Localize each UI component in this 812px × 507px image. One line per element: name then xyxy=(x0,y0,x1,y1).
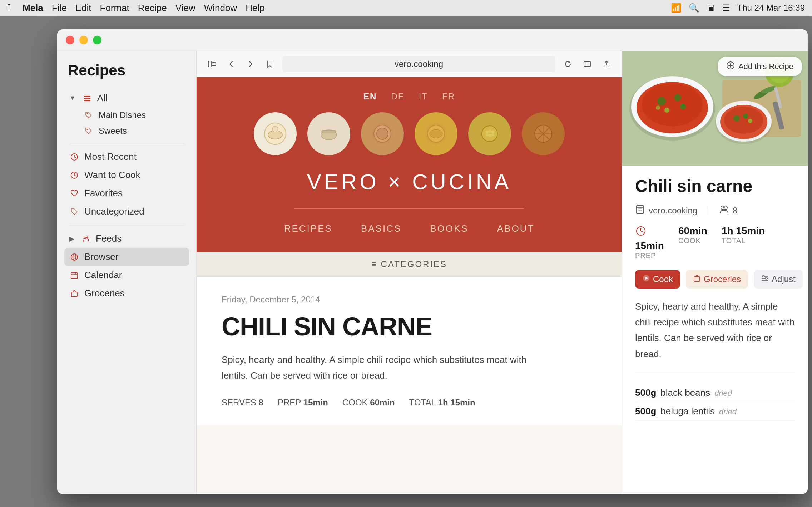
clock-icon-2 xyxy=(69,170,79,180)
svg-point-32 xyxy=(377,128,388,139)
menu-recipe[interactable]: Recipe xyxy=(138,3,167,14)
minimize-button[interactable] xyxy=(79,36,88,44)
most-recent-label: Most Recent xyxy=(84,151,137,162)
ingredient-note-1: dried xyxy=(714,389,732,398)
forward-button[interactable] xyxy=(244,57,257,71)
lang-fr[interactable]: FR xyxy=(442,92,455,102)
prep-field: PREP 15min xyxy=(278,398,328,408)
app-window: Recipes ▼ All xyxy=(57,29,808,494)
cook-button[interactable]: Cook xyxy=(635,270,680,289)
svg-point-65 xyxy=(733,115,740,122)
nav-recipes[interactable]: RECIPES xyxy=(284,223,332,234)
prep-time-value: 15min xyxy=(635,240,664,252)
lang-it[interactable]: IT xyxy=(419,92,428,102)
svg-point-91 xyxy=(766,277,767,279)
search-icon[interactable]: 🔍 xyxy=(689,3,699,13)
ingredient-item: 500g black beans dried xyxy=(635,384,795,402)
menu-mela[interactable]: Mela xyxy=(23,3,43,14)
sidebar-item-feeds[interactable]: ▶ Feeds xyxy=(64,230,189,248)
heart-icon xyxy=(69,188,79,198)
sidebar-item-groceries[interactable]: Groceries xyxy=(64,284,189,302)
sidebar-item-browser[interactable]: Browser xyxy=(64,248,189,266)
apple-menu-icon[interactable]:  xyxy=(7,2,11,14)
svg-point-35 xyxy=(430,129,442,138)
sidebar-item-want-to-cook[interactable]: Want to Cook xyxy=(64,166,189,184)
uncategorized-label: Uncategorized xyxy=(84,206,144,217)
menu-window[interactable]: Window xyxy=(204,3,237,14)
share-button[interactable] xyxy=(600,57,613,71)
menu-view[interactable]: View xyxy=(175,3,195,14)
lang-en[interactable]: EN xyxy=(363,92,377,102)
recipe-source: vero.cooking xyxy=(635,205,697,217)
recipe-panel-header: Add this Recipe xyxy=(622,51,808,166)
groceries-button[interactable]: Groceries xyxy=(686,270,748,289)
ingredients-list: 500g black beans dried 500g beluga lenti… xyxy=(635,384,795,421)
svg-rect-89 xyxy=(762,280,768,281)
browser-content[interactable]: EN DE IT FR xyxy=(197,77,622,494)
url-bar[interactable]: vero.cooking xyxy=(282,56,555,72)
nav-about[interactable]: ABOUT xyxy=(497,223,535,234)
sidebar-toggle-button[interactable] xyxy=(205,57,219,71)
close-button[interactable] xyxy=(66,36,74,44)
servings-icon xyxy=(719,205,729,217)
svg-point-7 xyxy=(83,240,84,242)
sidebar-item-sweets[interactable]: Sweets xyxy=(79,123,189,139)
svg-point-43 xyxy=(491,133,494,136)
menu-format[interactable]: Format xyxy=(100,3,129,14)
svg-point-90 xyxy=(763,275,764,277)
nav-books[interactable]: BOOKS xyxy=(430,223,468,234)
recipe-description: Spicy, hearty and healthy. A simple chil… xyxy=(635,299,795,373)
adjust-button[interactable]: Adjust xyxy=(754,270,803,289)
svg-point-40 xyxy=(491,131,494,133)
recipe-panel: Add this Recipe Chili sin carne vero.coo… xyxy=(622,51,808,494)
menu-file[interactable]: File xyxy=(52,3,67,14)
svg-point-60 xyxy=(656,105,660,110)
menu-help[interactable]: Help xyxy=(246,3,264,14)
maximize-button[interactable] xyxy=(93,36,102,44)
ingredient-note-2: dried xyxy=(719,407,737,417)
sidebar-item-all[interactable]: ▼ All xyxy=(64,89,189,107)
window-controls xyxy=(57,29,808,51)
back-button[interactable] xyxy=(224,57,238,71)
nav-basics[interactable]: BASICS xyxy=(361,223,401,234)
wifi-icon: 📶 xyxy=(671,3,682,13)
browser-label: Browser xyxy=(84,251,118,262)
reader-button[interactable] xyxy=(580,57,594,71)
serves-field: SERVES 8 xyxy=(222,398,263,408)
cook-field: COOK 60min xyxy=(342,398,395,408)
tag-icon-3 xyxy=(69,207,79,217)
browser-toolbar: vero.cooking xyxy=(197,51,622,77)
svg-point-42 xyxy=(489,134,491,137)
sidebar-item-uncategorized[interactable]: Uncategorized xyxy=(64,202,189,221)
ingredient-item-2: 500g beluga lentils dried xyxy=(635,402,795,421)
groceries-label: Groceries xyxy=(704,274,741,284)
prep-time: 15min PREP xyxy=(635,225,664,260)
svg-rect-0 xyxy=(84,96,90,97)
want-to-cook-label: Want to Cook xyxy=(84,169,140,181)
svg-point-4 xyxy=(87,129,88,130)
categories-bar[interactable]: ≡ CATEGORIES xyxy=(197,252,622,277)
control-center-icon[interactable]: ☰ xyxy=(722,3,730,13)
list-icon xyxy=(82,93,92,103)
sidebar-item-favorites[interactable]: Favorites xyxy=(64,184,189,202)
recipe-servings: 8 xyxy=(719,205,737,217)
food-icons-row xyxy=(218,112,600,155)
menu-edit[interactable]: Edit xyxy=(75,3,91,14)
total-field: TOTAL 1h 15min xyxy=(409,398,475,408)
sidebar-item-calendar[interactable]: Calendar xyxy=(64,266,189,284)
reload-button[interactable] xyxy=(561,57,575,71)
groceries-icon xyxy=(693,274,701,284)
display-icon[interactable]: 🖥 xyxy=(707,3,715,13)
sidebar-item-main-dishes[interactable]: Main Dishes xyxy=(79,107,189,123)
add-recipe-button[interactable]: Add this Recipe xyxy=(718,57,802,76)
lang-de[interactable]: DE xyxy=(391,92,404,102)
tag-icon xyxy=(84,110,94,120)
calendar-label: Calendar xyxy=(84,270,122,281)
food-icon-tortilla xyxy=(361,112,404,155)
favorites-label: Favorites xyxy=(84,188,123,199)
svg-point-57 xyxy=(674,94,681,101)
svg-rect-11 xyxy=(71,273,78,279)
bookmark-button[interactable] xyxy=(263,57,277,71)
sidebar-item-most-recent[interactable]: Most Recent xyxy=(64,148,189,166)
svg-rect-86 xyxy=(694,277,700,281)
